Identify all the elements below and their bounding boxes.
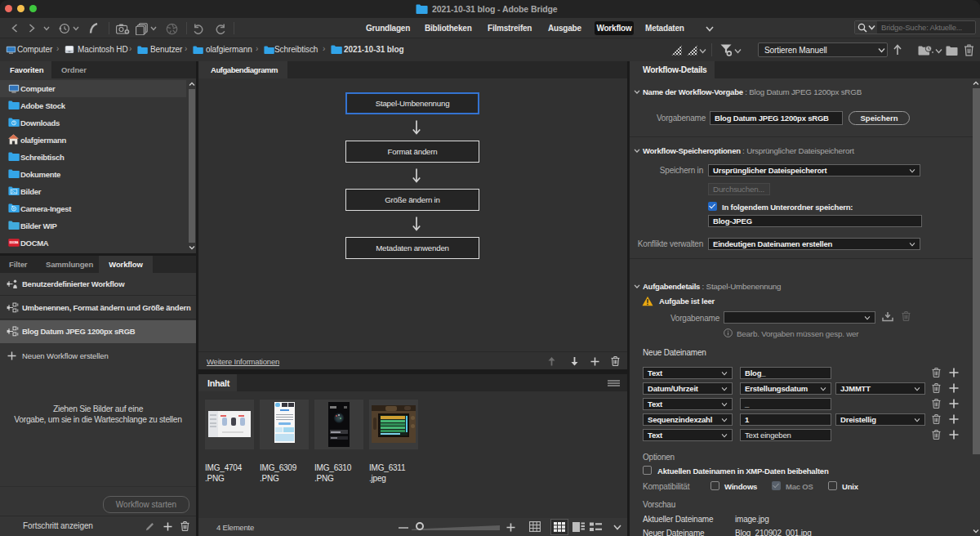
svg-text:DOCMA: DOCMA bbox=[10, 241, 19, 244]
